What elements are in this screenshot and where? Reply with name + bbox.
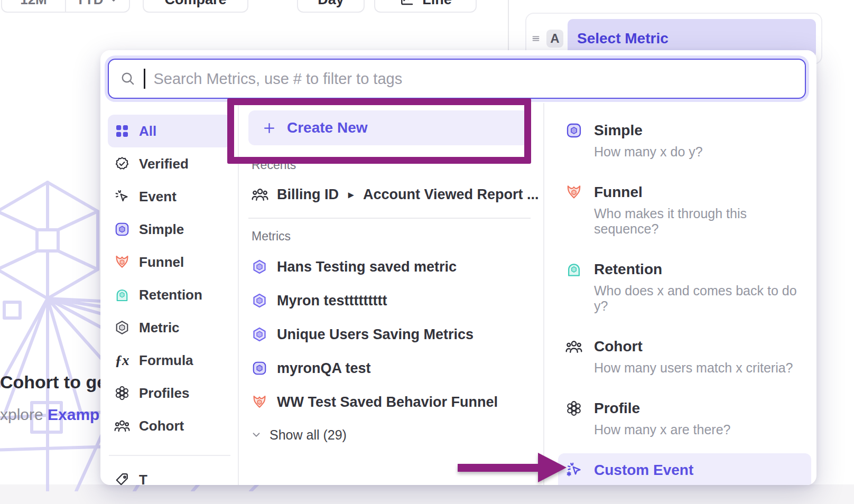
retention-arch-icon: [114, 287, 130, 303]
simple-square-icon: [565, 122, 582, 139]
sidebar-item-cohort[interactable]: Cohort: [108, 409, 231, 442]
granularity-day-button[interactable]: Day: [297, 0, 365, 13]
metrics-heading: Metrics: [252, 229, 531, 244]
sidebar-item-verified[interactable]: Verified: [108, 147, 231, 180]
search-bar: [108, 59, 806, 99]
type-retention[interactable]: RetentionWho does x and comes back to do…: [558, 253, 811, 322]
cohort-people-icon: [114, 418, 130, 434]
formula-fx-icon: ƒx: [114, 352, 130, 369]
range-ytd-button[interactable]: YTD: [65, 0, 129, 12]
breadcrumb-arrow-icon: ▸: [348, 188, 354, 201]
date-range-segmented-control: 12M YTD: [1, 0, 130, 13]
cursor-click-icon: [114, 189, 130, 204]
type-simple[interactable]: SimpleHow many x do y?: [558, 114, 811, 168]
sidebar-item-profiles[interactable]: Profiles: [108, 377, 231, 409]
metric-hexagon-icon: [114, 320, 130, 335]
metric-item[interactable]: myronQA test: [248, 351, 531, 385]
range-12m-button[interactable]: 12M: [2, 0, 65, 12]
sidebar-item-retention[interactable]: Retention: [108, 278, 231, 311]
chevron-down-icon: [108, 0, 119, 5]
sidebar-item-metric[interactable]: Metric: [108, 311, 231, 344]
cohort-people-icon: [252, 186, 268, 203]
metric-item[interactable]: Hans Testing saved metric: [248, 250, 531, 284]
metric-item[interactable]: Myron testtttttttt: [248, 284, 531, 318]
saved-metric-hexagon-icon: [252, 293, 267, 309]
funnel-icon: [565, 184, 582, 201]
app-window: 12M YTD Compare Day Line Cohort to ge xp…: [0, 0, 854, 504]
sidebar-item-event[interactable]: Event: [108, 180, 231, 213]
search-icon: [119, 70, 136, 87]
series-badge: A: [546, 30, 563, 48]
show-all-button[interactable]: Show all (29): [248, 420, 531, 450]
text-caret: [144, 69, 145, 89]
annotation-arrow-shaft: [458, 464, 541, 472]
annotation-arrow-head: [538, 453, 567, 482]
metric-item[interactable]: WW Test Saved Behavior Funnel: [248, 385, 531, 419]
empty-state-headline-fragment: Cohort to ge: [0, 372, 107, 393]
retention-arch-icon: [565, 261, 582, 278]
sidebar-item-formula[interactable]: ƒx Formula: [108, 344, 231, 377]
type-funnel[interactable]: FunnelWho makes it through this sequence…: [558, 175, 811, 245]
cohort-people-icon: [565, 338, 582, 355]
line-chart-icon: [399, 0, 415, 7]
profiles-flower-icon: [565, 400, 582, 417]
metric-types-column: SimpleHow many x do y? FunnelWho makes i…: [544, 103, 816, 485]
annotation-highlight-box: [227, 98, 531, 164]
empty-state-subtitle-fragment: xplore Example: [0, 406, 113, 424]
search-input[interactable]: [153, 70, 795, 88]
sidebar-item-simple[interactable]: Simple: [108, 213, 231, 246]
custom-event-sparkle-icon: [565, 462, 582, 479]
profiles-flower-icon: [114, 385, 130, 401]
saved-metric-hexagon-icon: [252, 326, 267, 342]
sidebar-item-partial[interactable]: T: [108, 463, 231, 485]
type-cohort[interactable]: CohortHow many users match x criteria?: [558, 330, 811, 384]
sidebar-item-all[interactable]: All: [108, 115, 231, 147]
filter-sidebar: All Verified Event Simple Funnel: [100, 103, 239, 485]
compare-button[interactable]: Compare: [143, 0, 248, 13]
funnel-icon: [114, 254, 130, 270]
type-custom-event[interactable]: Custom EventBuild your own event definit…: [558, 453, 811, 485]
sidebar-item-funnel[interactable]: Funnel: [108, 246, 231, 278]
saved-metric-hexagon-icon: [252, 259, 267, 275]
verified-badge-icon: [114, 156, 130, 172]
tag-icon: [114, 472, 130, 485]
drag-handle-icon[interactable]: [530, 32, 542, 45]
recent-item-billing[interactable]: Billing ID ▸ Account Viewed Report ...: [248, 183, 531, 206]
chart-type-line-button[interactable]: Line: [374, 0, 477, 13]
metrics-list: Hans Testing saved metric Myron testtttt…: [248, 250, 531, 419]
grid-icon: [114, 123, 130, 139]
chevron-down-icon: [250, 429, 262, 441]
type-profile[interactable]: ProfileHow many x are there?: [558, 391, 811, 446]
metric-item[interactable]: Unique Users Saving Metrics: [248, 318, 531, 351]
simple-square-icon: [114, 221, 130, 237]
section-divider: [248, 218, 531, 219]
simple-square-icon: [252, 360, 267, 376]
funnel-icon: [252, 394, 267, 410]
sidebar-divider: [109, 455, 230, 456]
